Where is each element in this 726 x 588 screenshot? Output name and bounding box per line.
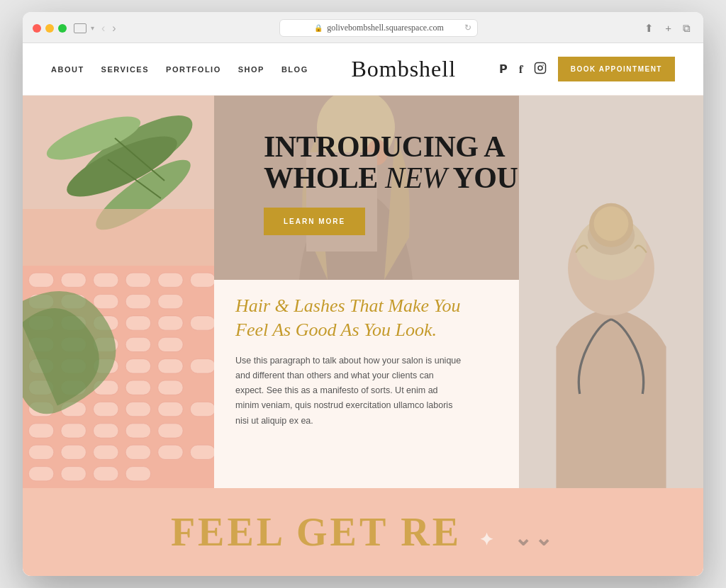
back-button[interactable]: ‹ [101,22,105,35]
svg-rect-64 [94,467,118,481]
browser-window: ▾ ‹ › 🔒 golivebombshell.squarespace.com … [23,12,703,576]
svg-rect-49 [158,402,183,416]
svg-rect-43 [125,380,150,395]
svg-rect-57 [61,445,86,459]
nav-services[interactable]: SERVICES [101,65,149,74]
hero-headline: INTRODUCING A WHOLE NEW YOU [264,131,519,193]
svg-rect-26 [125,316,150,330]
svg-rect-39 [190,359,214,373]
fullscreen-button[interactable] [58,24,67,33]
hero-left-column [23,96,214,488]
hero-section: INTRODUCING A WHOLE NEW YOU LEARN MORE H… [23,96,703,488]
address-bar-container: 🔒 golivebombshell.squarespace.com ↻ [123,19,635,37]
browser-controls: ▾ [74,23,94,33]
close-button[interactable] [33,24,41,33]
address-bar[interactable]: 🔒 golivebombshell.squarespace.com ↻ [279,19,478,37]
leaf-image [23,96,214,266]
svg-rect-0 [535,62,545,73]
instagram-icon[interactable] [534,62,547,77]
chevron-down-icon: ▾ [91,24,94,32]
refresh-icon[interactable]: ↻ [464,23,471,33]
svg-rect-10 [23,209,214,266]
svg-rect-16 [158,273,183,287]
svg-rect-28 [190,316,214,330]
cta-text: FEEL GET RE ✦ ⌄⌄ [171,509,555,555]
hero-subheading: Hair & Lashes That Make You Feel As Good… [235,294,498,342]
pills-image [23,266,214,488]
svg-rect-63 [61,467,86,481]
nav-portfolio[interactable]: PORTFOLIO [166,65,221,74]
svg-rect-61 [190,445,214,459]
hero-right-image [519,96,703,488]
hero-middle-column: INTRODUCING A WHOLE NEW YOU LEARN MORE H… [214,96,519,488]
svg-rect-62 [28,467,53,481]
browser-chrome: ▾ ‹ › 🔒 golivebombshell.squarespace.com … [23,12,703,43]
minimize-button[interactable] [45,24,54,33]
svg-rect-58 [94,445,118,459]
browser-actions: ⬆ + ⧉ [642,21,693,36]
traffic-lights [33,24,67,33]
svg-rect-52 [61,424,86,438]
facebook-icon[interactable]: 𝐟 [519,63,523,76]
logo-text: Bombshell [351,56,456,81]
hero-body-text: Use this paragraph to talk about how you… [235,354,462,429]
learn-more-button[interactable]: LEARN MORE [264,208,365,235]
svg-rect-77 [519,96,703,488]
split-view-button[interactable]: ⧉ [680,21,693,36]
svg-rect-32 [125,337,150,351]
svg-rect-44 [158,380,183,395]
svg-rect-59 [125,445,150,459]
svg-rect-33 [158,337,183,351]
svg-rect-51 [28,424,53,438]
svg-rect-14 [94,273,118,287]
book-appointment-button[interactable]: BOOK APPOINTMENT [558,57,675,81]
svg-rect-12 [28,273,53,287]
headline-line2: WHOLE [264,162,385,194]
svg-rect-27 [158,316,183,330]
svg-rect-38 [158,359,183,373]
svg-rect-20 [94,295,118,309]
lock-icon: 🔒 [314,24,323,32]
nav-blog[interactable]: BLOG [281,65,308,74]
svg-rect-48 [125,402,150,416]
headline-italic: NEW [385,162,447,194]
website-content: ABOUT SERVICES PORTFOLIO SHOP BLOG Bombs… [23,43,703,576]
svg-rect-54 [125,424,150,438]
headline-line1: INTRODUCING A [264,130,505,163]
nav-links: ABOUT SERVICES PORTFOLIO SHOP BLOG [51,65,308,74]
cta-band: FEEL GET RE ✦ ⌄⌄ [23,488,703,576]
main-nav: ABOUT SERVICES PORTFOLIO SHOP BLOG Bombs… [23,43,703,96]
svg-rect-65 [125,467,150,481]
svg-rect-22 [158,295,183,309]
svg-rect-15 [125,273,150,287]
headline-container: INTRODUCING A WHOLE NEW YOU LEARN MORE [257,124,526,264]
tab-icon[interactable] [74,23,86,33]
svg-point-2 [542,64,544,66]
share-button[interactable]: ⬆ [642,21,657,36]
svg-rect-56 [28,445,53,459]
svg-rect-55 [158,424,183,438]
nav-shop[interactable]: SHOP [238,65,264,74]
forward-button[interactable]: › [112,22,116,35]
nav-about[interactable]: ABOUT [51,65,84,74]
svg-rect-17 [190,273,214,287]
nav-right: 𝗣 𝐟 BOOK APPOINTMENT [499,57,675,81]
svg-point-1 [538,66,542,70]
svg-rect-47 [94,402,118,416]
pinterest-icon[interactable]: 𝗣 [499,62,508,76]
hero-text-content: Hair & Lashes That Make You Feel As Good… [214,280,519,429]
svg-rect-37 [125,359,150,373]
svg-rect-13 [61,273,86,287]
svg-rect-21 [125,295,150,309]
site-logo[interactable]: Bombshell [351,56,456,82]
new-tab-button[interactable]: + [662,21,674,36]
svg-rect-53 [94,424,118,438]
svg-rect-50 [190,402,214,416]
url-text: golivebombshell.squarespace.com [327,23,444,33]
headline-line3: YOU [447,162,518,194]
svg-rect-60 [158,445,183,459]
